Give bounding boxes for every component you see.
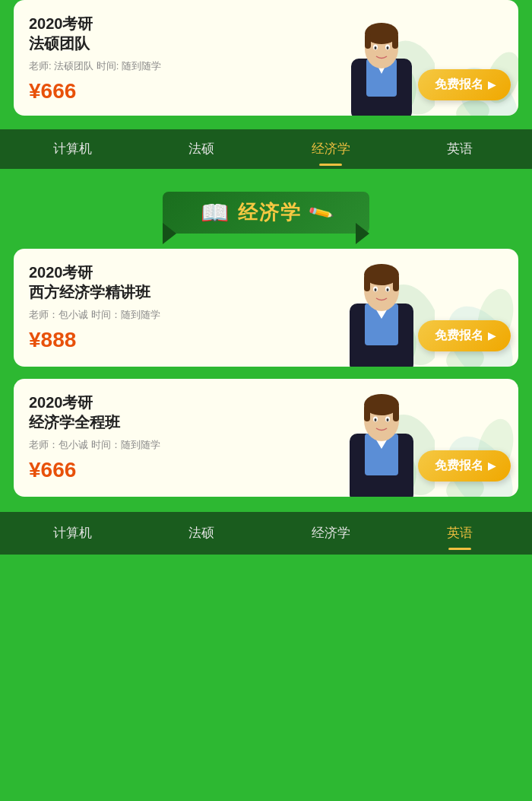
course1-teacher-svg bbox=[328, 249, 435, 367]
bottom-nav-tab-english[interactable]: 英语 bbox=[395, 512, 524, 555]
banner-title-text: 经济学 bbox=[238, 199, 302, 226]
banner-ribbon: 📖 经济学 ✏️ bbox=[163, 192, 369, 234]
top-card-title1: 2020考研 bbox=[29, 14, 287, 33]
svg-point-27 bbox=[375, 288, 377, 291]
courses-section: 2020考研 西方经济学精讲班 老师：包小诚 时间：随到随学 ¥888 bbox=[0, 241, 532, 512]
svg-rect-8 bbox=[392, 33, 398, 49]
course1-title2: 西方经济学精讲班 bbox=[29, 282, 287, 302]
course2-teacher-image bbox=[328, 379, 435, 497]
svg-point-28 bbox=[387, 288, 389, 291]
svg-rect-40 bbox=[393, 405, 399, 421]
course2-teacher-svg bbox=[328, 379, 435, 497]
course2-title2: 经济学全程班 bbox=[29, 412, 287, 432]
svg-point-43 bbox=[375, 418, 377, 421]
top-course-card: 2020考研 法硕团队 老师: 法硕团队 时间: 随到随学 ¥666 bbox=[14, 0, 518, 116]
course1-title1: 2020考研 bbox=[29, 262, 287, 282]
top-nav: 计算机 法硕 经济学 英语 bbox=[0, 129, 532, 169]
course-card-2: 2020考研 经济学全程班 老师：包小诚 时间：随到随学 ¥666 bbox=[14, 379, 518, 497]
top-card-title2: 法硕团队 bbox=[29, 33, 287, 53]
svg-rect-24 bbox=[393, 275, 399, 291]
top-register-button[interactable]: 免费报名 bbox=[418, 69, 511, 100]
bottom-nav-tab-law[interactable]: 法硕 bbox=[137, 512, 266, 555]
banner-container: 📖 经济学 ✏️ bbox=[163, 192, 369, 234]
book-icon: 📖 bbox=[201, 199, 229, 226]
course2-register-button[interactable]: 免费报名 bbox=[418, 450, 511, 482]
svg-rect-7 bbox=[365, 33, 371, 49]
nav-tab-economics[interactable]: 经济学 bbox=[266, 129, 395, 169]
section-banner: 📖 经济学 ✏️ bbox=[0, 169, 532, 241]
bottom-nav: 计算机 法硕 经济学 英语 bbox=[0, 512, 532, 555]
top-section: 2020考研 法硕团队 老师: 法硕团队 时间: 随到随学 ¥666 bbox=[0, 0, 532, 129]
course2-title1: 2020考研 bbox=[29, 393, 287, 412]
nav-tab-computer[interactable]: 计算机 bbox=[8, 129, 137, 169]
nav-tab-english[interactable]: 英语 bbox=[395, 129, 524, 169]
svg-point-12 bbox=[387, 46, 389, 49]
course-card-1: 2020考研 西方经济学精讲班 老师：包小诚 时间：随到随学 ¥888 bbox=[14, 249, 518, 367]
course1-register-button[interactable]: 免费报名 bbox=[418, 320, 511, 351]
pencil-icon: ✏️ bbox=[307, 199, 334, 226]
top-teacher-image bbox=[328, 17, 435, 116]
svg-rect-23 bbox=[364, 275, 370, 291]
teacher-svg bbox=[328, 17, 435, 116]
svg-point-11 bbox=[375, 46, 377, 49]
bottom-nav-tab-economics[interactable]: 经济学 bbox=[266, 512, 395, 555]
svg-rect-39 bbox=[364, 405, 370, 421]
course1-teacher-image bbox=[328, 249, 435, 367]
nav-tab-law[interactable]: 法硕 bbox=[137, 129, 266, 169]
svg-point-44 bbox=[387, 418, 389, 421]
bottom-nav-tab-computer[interactable]: 计算机 bbox=[8, 512, 137, 555]
